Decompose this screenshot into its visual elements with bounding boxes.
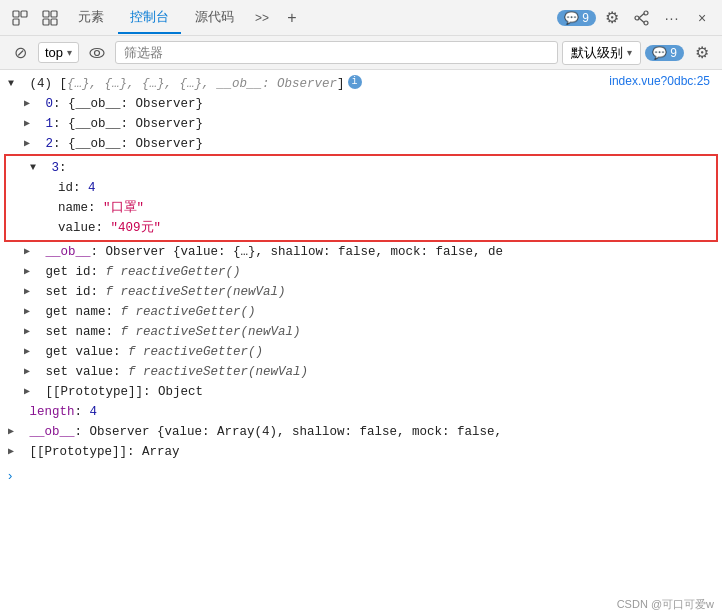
ob-expand-arrow[interactable]: ▶	[24, 243, 38, 261]
share-icon[interactable]	[628, 4, 656, 32]
svg-rect-3	[43, 11, 49, 17]
tree-item-1[interactable]: ▶ 1: {__ob__: Observer}	[0, 114, 722, 134]
filter-input[interactable]	[115, 41, 558, 64]
length-val: 4	[90, 403, 98, 421]
highlight-box: ▼ 3: id : 4 name : "口罩" value : "409元"	[4, 154, 718, 242]
tree-item-3[interactable]: ▼ 3:	[6, 158, 716, 178]
context-selector[interactable]: top ▾	[38, 42, 79, 63]
getter-get-name[interactable]: ▶ get name: f reactiveGetter()	[0, 302, 722, 322]
item0-expand-arrow[interactable]: ▶	[24, 95, 38, 113]
svg-rect-1	[21, 11, 27, 17]
proto-array-arrow[interactable]: ▶	[8, 443, 22, 461]
tree-item-3-value: value : "409元"	[6, 218, 716, 238]
item2-label: 2: {__ob__: Observer}	[38, 135, 203, 153]
context-label: top	[45, 45, 63, 60]
ob-label: __ob__: Observer {value: {…}, shallow: f…	[38, 243, 503, 261]
ellipsis-icon[interactable]: ···	[658, 4, 686, 32]
console-toolbar: ⊘ top ▾ 默认级别 ▾ 💬 9 ⚙	[0, 36, 722, 70]
svg-point-8	[644, 21, 648, 25]
svg-point-9	[635, 16, 639, 20]
tree-ob-line[interactable]: ▶ __ob__: Observer {value: {…}, shallow:…	[0, 242, 722, 262]
tree-root[interactable]: ▼ (4) [{…}, {…}, {…}, {…}, __ob__: Obser…	[0, 74, 722, 94]
proto-obj-arrow[interactable]: ▶	[24, 383, 38, 401]
more-tabs-icon[interactable]: >>	[248, 4, 276, 32]
svg-point-12	[90, 48, 104, 57]
message-badge[interactable]: 💬 9	[557, 10, 596, 26]
prototype-object[interactable]: ▶ [[Prototype]]: Object	[0, 382, 722, 402]
svg-line-11	[639, 18, 644, 23]
info-icon[interactable]: i	[348, 75, 362, 89]
tree-item-3-name: name : "口罩"	[6, 198, 716, 218]
item3-label: 3:	[44, 159, 67, 177]
forward-icon[interactable]	[36, 4, 64, 32]
value-key: value	[58, 219, 96, 237]
tab-sources[interactable]: 源代码	[183, 2, 246, 34]
console-badge-count: 9	[670, 46, 677, 60]
watermark: CSDN @可口可爱w	[617, 597, 714, 612]
proto-array-label: [[Prototype]]: Array	[22, 443, 180, 461]
back-icon[interactable]	[6, 4, 34, 32]
chat-icon: 💬	[564, 11, 579, 25]
item3-expand-arrow[interactable]: ▼	[30, 159, 44, 177]
chevron-down-icon: ▾	[67, 47, 72, 58]
length-key: length	[22, 403, 75, 421]
name-key: name	[58, 199, 88, 217]
tree-item-0[interactable]: ▶ 0: {__ob__: Observer}	[0, 94, 722, 114]
svg-rect-6	[51, 19, 57, 25]
getter-get-id[interactable]: ▶ get id: f reactiveGetter()	[0, 262, 722, 282]
item2-expand-arrow[interactable]: ▶	[24, 135, 38, 153]
svg-rect-0	[13, 11, 19, 17]
svg-rect-2	[13, 19, 19, 25]
console-prompt: ›	[0, 462, 722, 483]
get-name-arrow[interactable]: ▶	[24, 303, 38, 321]
ob2-label: __ob__: Observer {value: Array(4), shall…	[22, 423, 502, 441]
item1-label: 1: {__ob__: Observer}	[38, 115, 203, 133]
getter-get-value[interactable]: ▶ get value: f reactiveGetter()	[0, 342, 722, 362]
set-id-arrow[interactable]: ▶	[24, 283, 38, 301]
getter-set-name[interactable]: ▶ set name: f reactiveSetter(newVal)	[0, 322, 722, 342]
console-settings-icon[interactable]: ⚙	[688, 39, 716, 67]
getter-set-id[interactable]: ▶ set id: f reactiveSetter(newVal)	[0, 282, 722, 302]
get-value-arrow[interactable]: ▶	[24, 343, 38, 361]
close-icon[interactable]: ×	[688, 4, 716, 32]
tab-console[interactable]: 控制台	[118, 2, 181, 34]
svg-rect-5	[43, 19, 49, 25]
get-id-arrow[interactable]: ▶	[24, 263, 38, 281]
set-value-arrow[interactable]: ▶	[24, 363, 38, 381]
svg-point-13	[95, 50, 100, 55]
id-key: id	[58, 179, 73, 197]
ob2-expand-arrow[interactable]: ▶	[8, 423, 22, 441]
level-chevron-icon: ▾	[627, 47, 632, 58]
prompt-arrow[interactable]: ›	[8, 468, 12, 483]
item1-expand-arrow[interactable]: ▶	[24, 115, 38, 133]
add-tab-icon[interactable]: +	[278, 4, 306, 32]
id-val: 4	[88, 179, 96, 197]
root-expand-arrow[interactable]: ▼	[8, 75, 22, 93]
set-name-arrow[interactable]: ▶	[24, 323, 38, 341]
root-label: (4) [{…}, {…}, {…}, {…}, __ob__: Observe…	[22, 75, 345, 93]
tree-ob2-line[interactable]: ▶ __ob__: Observer {value: Array(4), sha…	[0, 422, 722, 442]
level-selector[interactable]: 默认级别 ▾	[562, 41, 641, 65]
tree-proto-array[interactable]: ▶ [[Prototype]]: Array	[0, 442, 722, 462]
console-badge[interactable]: 💬 9	[645, 45, 684, 61]
name-val: "口罩"	[103, 199, 144, 217]
tab-elements[interactable]: 元素	[66, 2, 116, 34]
no-entry-icon[interactable]: ⊘	[6, 39, 34, 67]
item0-label: 0: {__ob__: Observer}	[38, 95, 203, 113]
tree-item-3-id: id : 4	[6, 178, 716, 198]
badge-count: 9	[582, 11, 589, 25]
settings-icon[interactable]: ⚙	[598, 4, 626, 32]
level-label: 默认级别	[571, 44, 623, 62]
main-toolbar: 元素 控制台 源代码 >> + 💬 9 ⚙ ··· ×	[0, 0, 722, 36]
length-line: length : 4	[0, 402, 722, 422]
getter-set-value[interactable]: ▶ set value: f reactiveSetter(newVal)	[0, 362, 722, 382]
svg-rect-4	[51, 11, 57, 17]
svg-line-10	[639, 13, 644, 18]
value-val: "409元"	[111, 219, 162, 237]
console-chat-icon: 💬	[652, 46, 667, 60]
console-output: index.vue?0dbc:25 ▼ (4) [{…}, {…}, {…}, …	[0, 70, 722, 616]
tree-item-2[interactable]: ▶ 2: {__ob__: Observer}	[0, 134, 722, 154]
eye-icon[interactable]	[83, 39, 111, 67]
svg-point-7	[644, 11, 648, 15]
